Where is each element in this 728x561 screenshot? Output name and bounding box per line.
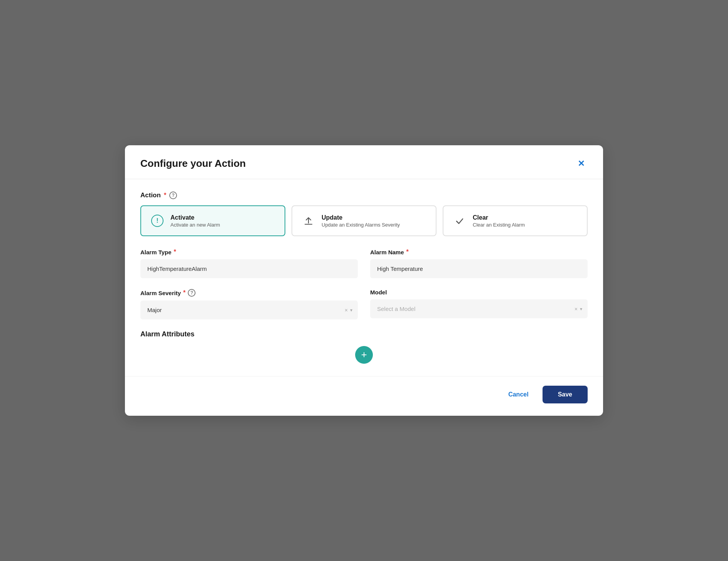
model-clear[interactable]: × xyxy=(575,306,578,312)
activate-icon: ! xyxy=(151,215,163,227)
clear-icon xyxy=(453,215,466,227)
update-card-text: Update Update an Existing Alarms Severit… xyxy=(322,214,400,228)
update-card-subtitle: Update an Existing Alarms Severity xyxy=(322,222,400,228)
required-star-alarm-type: * xyxy=(174,249,176,255)
alarm-name-group: Alarm Name * xyxy=(370,249,588,278)
alarm-name-label: Alarm Name * xyxy=(370,249,588,255)
activate-card-title: Activate xyxy=(170,214,220,221)
configure-action-dialog: Configure your Action ✕ Action * ? ! xyxy=(125,145,603,416)
model-controls: × ▾ xyxy=(575,306,588,312)
close-button[interactable]: ✕ xyxy=(575,158,588,170)
model-select[interactable]: Select a Model × ▾ xyxy=(370,299,588,318)
dialog-title: Configure your Action xyxy=(140,158,246,170)
update-card-title: Update xyxy=(322,214,400,221)
alarm-type-name-row: Alarm Type * Alarm Name * xyxy=(140,249,588,278)
activate-card-text: Activate Activate an new Alarm xyxy=(170,214,220,228)
model-arrow[interactable]: ▾ xyxy=(580,306,582,312)
alarm-severity-clear[interactable]: × xyxy=(345,307,348,313)
action-help-icon[interactable]: ? xyxy=(169,191,177,199)
dialog-body: Action * ? ! Activate Activate an new Al… xyxy=(125,179,603,376)
activate-card[interactable]: ! Activate Activate an new Alarm xyxy=(140,205,285,236)
cancel-button[interactable]: Cancel xyxy=(501,386,536,403)
alarm-attributes-title: Alarm Attributes xyxy=(140,330,588,338)
add-attribute-button[interactable]: + xyxy=(355,346,373,364)
alarm-severity-select[interactable]: Major × ▾ xyxy=(140,301,358,319)
clear-card[interactable]: Clear Clear an Existing Alarm xyxy=(443,205,588,236)
alarm-severity-value: Major xyxy=(140,301,345,319)
alarm-type-group: Alarm Type * xyxy=(140,249,358,278)
clear-card-title: Clear xyxy=(473,214,525,221)
alarm-type-input[interactable] xyxy=(140,259,358,278)
dialog-header: Configure your Action ✕ xyxy=(125,145,603,179)
alarm-type-label: Alarm Type * xyxy=(140,249,358,255)
update-card[interactable]: Update Update an Existing Alarms Severit… xyxy=(292,205,436,236)
update-card-icon xyxy=(302,214,315,228)
required-star-alarm-name: * xyxy=(406,249,409,255)
alarm-severity-label: Alarm Severity * ? xyxy=(140,289,358,297)
clear-card-text: Clear Clear an Existing Alarm xyxy=(473,214,525,228)
activate-card-subtitle: Activate an new Alarm xyxy=(170,222,220,228)
model-placeholder: Select a Model xyxy=(370,299,575,318)
model-group: Model Select a Model × ▾ xyxy=(370,289,588,319)
alarm-severity-model-row: Alarm Severity * ? Major × ▾ Model xyxy=(140,289,588,319)
model-label: Model xyxy=(370,289,588,296)
alarm-attributes-section: Alarm Attributes + xyxy=(140,330,588,364)
severity-help-icon[interactable]: ? xyxy=(188,289,195,297)
save-button[interactable]: Save xyxy=(543,386,588,403)
clear-card-icon xyxy=(453,214,467,228)
alarm-severity-controls: × ▾ xyxy=(345,307,358,313)
action-label: Action * ? xyxy=(140,191,588,199)
alarm-severity-arrow[interactable]: ▾ xyxy=(350,307,352,313)
alarm-severity-group: Alarm Severity * ? Major × ▾ xyxy=(140,289,358,319)
clear-card-subtitle: Clear an Existing Alarm xyxy=(473,222,525,228)
update-icon xyxy=(302,215,315,227)
activate-card-icon: ! xyxy=(150,214,164,228)
action-cards-container: ! Activate Activate an new Alarm xyxy=(140,205,588,236)
plus-icon: + xyxy=(361,349,367,359)
modal-overlay: Configure your Action ✕ Action * ? ! xyxy=(0,0,728,561)
required-star-action: * xyxy=(164,192,166,199)
dialog-footer: Cancel Save xyxy=(125,376,603,416)
required-star-severity: * xyxy=(183,289,185,296)
action-section: Action * ? ! Activate Activate an new Al… xyxy=(140,191,588,236)
alarm-name-input[interactable] xyxy=(370,259,588,278)
